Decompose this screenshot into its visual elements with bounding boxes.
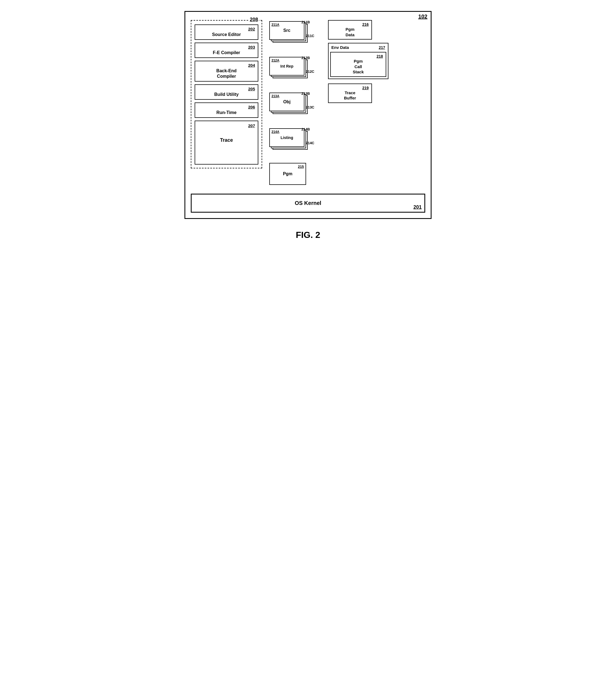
- num-206: 206: [198, 105, 255, 109]
- main-content: 208 202 Source Editor 203 F-E Compiler 2…: [191, 20, 425, 213]
- right-section: 211A Src 211B 211C 212A: [268, 20, 425, 185]
- label-102: 102: [418, 14, 427, 20]
- box-215-pgm: 215 Pgm: [269, 163, 306, 185]
- stacks-column: 211A Src 211B 211C 212A: [268, 20, 322, 185]
- num-201: 201: [413, 204, 422, 210]
- num-204: 204: [198, 63, 255, 68]
- box-202-source-editor: 202 Source Editor: [195, 24, 258, 40]
- num-207: 207: [198, 123, 255, 128]
- box-204-back-end-compiler: 204 Back-EndCompiler: [195, 61, 258, 82]
- box-203-fe-compiler: 203 F-E Compiler: [195, 43, 258, 58]
- label-213c: 213C: [306, 105, 314, 109]
- top-section: 208 202 Source Editor 203 F-E Compiler 2…: [191, 20, 425, 185]
- num-211a: 211A: [271, 23, 279, 27]
- num-203: 203: [198, 45, 255, 49]
- box-201-os-kernel: OS Kernel 201: [191, 194, 425, 213]
- label-obj: Obj: [283, 99, 291, 104]
- outer-box-102: 102 208 202 Source Editor 203 F-E Compil…: [184, 11, 432, 219]
- data-column: 216 PgmData Env Data 217 218: [328, 20, 388, 103]
- label-trace: Trace: [220, 137, 233, 143]
- num-205: 205: [198, 86, 255, 91]
- box-218-pgm-call-stack: 218 PgmCallStack: [330, 52, 386, 77]
- stack-src: 211A Src 211B 211C: [268, 20, 322, 48]
- num-217: 217: [379, 45, 385, 50]
- box-205-build-utility: 205 Build Utility: [195, 84, 258, 100]
- label-214c: 214C: [306, 141, 314, 145]
- diagram-wrapper: 102 208 202 Source Editor 203 F-E Compil…: [184, 11, 432, 240]
- label-208: 208: [249, 17, 259, 22]
- label-os-kernel: OS Kernel: [295, 200, 321, 206]
- label-trace-buffer: TraceBuffer: [344, 90, 356, 101]
- label-source-editor: Source Editor: [212, 32, 241, 37]
- env-data-header: Env Data 217: [329, 44, 388, 50]
- label-int-rep: Int Rep: [280, 64, 293, 68]
- box-216-pgm-data: 216 PgmData: [328, 20, 372, 39]
- label-build-utility: Build Utility: [214, 92, 239, 97]
- label-run-time: Run-Time: [216, 110, 236, 115]
- stack-obj: 213A Obj 213B 213C: [268, 91, 322, 119]
- dashed-box-208: 208 202 Source Editor 203 F-E Compiler 2…: [191, 20, 262, 168]
- num-219: 219: [331, 86, 369, 90]
- box-206-run-time: 206 Run-Time: [195, 102, 258, 118]
- label-listing: Listing: [281, 135, 293, 140]
- stack-int-rep: 212A Int Rep 212B 212C: [268, 56, 322, 83]
- label-211b: 211B: [301, 20, 310, 24]
- num-214a: 214A: [271, 130, 279, 134]
- num-215: 215: [298, 165, 304, 169]
- num-202: 202: [198, 27, 255, 31]
- label-fe-compiler: F-E Compiler: [213, 50, 240, 55]
- stack-listing: 214A Listing 214B 214C: [268, 127, 322, 155]
- label-back-end-compiler: Back-EndCompiler: [216, 68, 236, 79]
- num-218: 218: [334, 54, 383, 58]
- label-212c: 212C: [306, 69, 314, 74]
- label-pgm: Pgm: [283, 171, 293, 176]
- label-211c: 211C: [306, 34, 314, 38]
- box-207-trace: 207 Trace: [195, 121, 258, 165]
- box-219-trace-buffer: 219 TraceBuffer: [328, 84, 372, 103]
- num-216: 216: [331, 22, 369, 27]
- label-pgm-data: PgmData: [346, 27, 355, 37]
- fig-caption: FIG. 2: [296, 230, 320, 240]
- num-213a: 213A: [271, 94, 279, 98]
- box-217-env-data: Env Data 217 218 PgmCallStack: [328, 43, 388, 79]
- label-214b: 214B: [301, 127, 310, 131]
- num-212a: 212A: [271, 58, 279, 62]
- label-213b: 213B: [301, 91, 310, 96]
- label-212b: 212B: [301, 56, 310, 60]
- label-pgm-call-stack: PgmCallStack: [353, 59, 364, 74]
- label-env-data: Env Data: [331, 45, 349, 50]
- label-src: Src: [283, 28, 291, 33]
